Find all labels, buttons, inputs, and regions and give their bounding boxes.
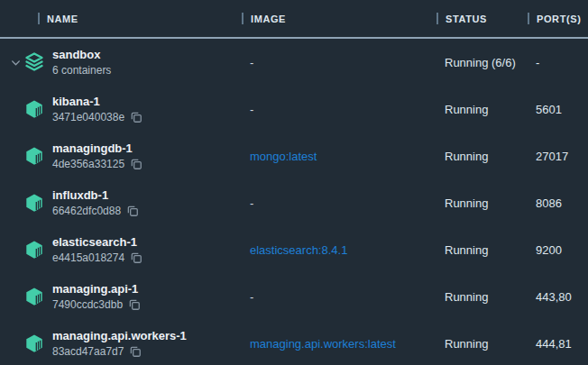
container-name[interactable]: managing.api-1 (52, 282, 141, 296)
container-ports: - (528, 56, 588, 69)
column-header-name[interactable]: NAME (0, 0, 242, 37)
name-cell: influxdb-1 66462dfc0d88 (0, 188, 242, 217)
column-divider (242, 13, 243, 24)
table-row[interactable]: managingdb-1 4de356a33125 mongo:latest R… (0, 132, 588, 179)
column-divider (528, 13, 529, 24)
container-subtext: 7490ccdc3dbb (52, 298, 123, 311)
copy-icon[interactable] (130, 251, 142, 264)
table-row[interactable]: elasticsearch-1 e4415a018274 elasticsear… (0, 226, 588, 273)
container-cube-icon (23, 286, 45, 307)
chevron-down-icon[interactable] (9, 56, 22, 68)
table-row[interactable]: influxdb-1 66462dfc0d88 - Running 8086 (0, 179, 588, 226)
column-header-ports[interactable]: PORT(S) (528, 0, 588, 37)
container-cube-icon (23, 145, 45, 167)
container-image: - (242, 103, 436, 116)
column-header-label: STATUS (446, 14, 487, 24)
copy-icon[interactable] (130, 111, 142, 123)
column-header-status[interactable]: STATUS (436, 0, 528, 37)
name-text-block: managing.api-1 7490ccdc3dbb (52, 282, 141, 311)
container-status: Running (436, 103, 528, 116)
name-cell: managing.api-1 7490ccdc3dbb (0, 282, 242, 311)
copy-icon[interactable] (126, 205, 139, 217)
container-name[interactable]: managing.api.workers-1 (52, 329, 187, 342)
container-status: Running (436, 290, 528, 304)
container-subtext: 3471e040038e (52, 111, 124, 123)
container-cube-icon (23, 333, 45, 354)
container-subtext: 83acd47aa7d7 (52, 345, 124, 358)
container-image[interactable]: mongo:latest (242, 150, 436, 163)
column-divider (436, 13, 438, 24)
container-image[interactable]: elasticsearch:8.4.1 (242, 243, 436, 257)
table-row[interactable]: managing.api.workers-1 83acd47aa7d7 mana… (0, 320, 588, 365)
name-text-block: managingdb-1 4de356a33125 (52, 141, 142, 170)
container-name[interactable]: kibana-1 (52, 95, 142, 108)
container-status: Running (436, 243, 528, 257)
name-text-block: sandbox 6 containers (52, 48, 111, 77)
name-text-block: elasticsearch-1 e4415a018274 (52, 235, 142, 264)
container-subtext: e4415a018274 (52, 251, 124, 264)
container-name[interactable]: managingdb-1 (52, 141, 142, 155)
containers-table: NAME IMAGE STATUS PORT(S) (0, 0, 588, 365)
container-ports: 8086 (528, 196, 588, 210)
container-ports: 443,80 (528, 290, 588, 304)
table-row[interactable]: managing.api-1 7490ccdc3dbb - Running 44… (0, 273, 588, 320)
container-status: Running (436, 150, 528, 163)
container-status: Running (6/6) (436, 56, 528, 69)
table-row[interactable]: kibana-1 3471e040038e - Running 5601 (0, 86, 588, 132)
name-cell: managingdb-1 4de356a33125 (0, 141, 242, 170)
container-ports: 5601 (528, 103, 588, 116)
container-subtext: 66462dfc0d88 (52, 205, 121, 217)
container-ports: 9200 (528, 243, 588, 257)
column-divider (38, 13, 40, 24)
container-name[interactable]: sandbox (52, 48, 111, 61)
container-subtext: 6 containers (52, 64, 111, 77)
container-status: Running (436, 196, 528, 210)
name-text-block: managing.api.workers-1 83acd47aa7d7 (52, 329, 187, 358)
copy-icon[interactable] (130, 158, 142, 170)
container-name[interactable]: influxdb-1 (52, 188, 139, 202)
container-subtext: 4de356a33125 (52, 158, 124, 170)
table-header-row: NAME IMAGE STATUS PORT(S) (0, 0, 588, 39)
column-header-label: NAME (47, 14, 78, 24)
container-ports: 27017 (528, 150, 588, 163)
table-row[interactable]: sandbox 6 containers - Running (6/6) - (0, 39, 588, 86)
container-image: - (242, 56, 436, 69)
column-header-label: IMAGE (251, 14, 286, 24)
container-cube-icon (23, 98, 45, 120)
container-cube-icon (23, 239, 45, 260)
name-cell: kibana-1 3471e040038e (0, 95, 242, 123)
container-image: - (242, 196, 436, 210)
container-ports: 444,81 (528, 337, 588, 351)
container-image[interactable]: managing.api.workers:latest (242, 337, 436, 351)
container-image: - (242, 290, 436, 304)
name-cell: managing.api.workers-1 83acd47aa7d7 (0, 329, 242, 358)
name-cell: sandbox 6 containers (0, 48, 242, 77)
name-cell: elasticsearch-1 e4415a018274 (0, 235, 242, 264)
container-status: Running (436, 337, 528, 351)
container-name[interactable]: elasticsearch-1 (52, 235, 142, 249)
copy-icon[interactable] (128, 298, 141, 311)
container-table-body: sandbox 6 containers - Running (6/6) - (0, 39, 588, 365)
name-text-block: kibana-1 3471e040038e (52, 95, 142, 123)
layers-stack-icon (23, 51, 45, 73)
container-cube-icon (23, 192, 45, 214)
copy-icon[interactable] (129, 345, 142, 358)
column-header-label: PORT(S) (537, 14, 581, 24)
column-header-image[interactable]: IMAGE (242, 0, 436, 37)
name-text-block: influxdb-1 66462dfc0d88 (52, 188, 139, 217)
